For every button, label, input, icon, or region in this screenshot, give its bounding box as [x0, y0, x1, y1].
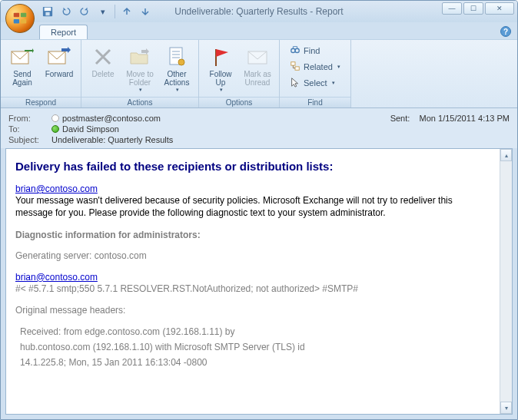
svg-rect-18 [295, 67, 299, 70]
document-gear-icon [167, 44, 187, 70]
chevron-down-icon: ▾ [176, 87, 179, 93]
sent-value: Mon 1/15/2011 4:13 PM [420, 114, 510, 123]
chevron-down-icon: ▾ [337, 64, 340, 70]
previous-item-button[interactable] [120, 5, 134, 18]
chevron-down-icon: ▾ [139, 87, 142, 93]
svg-rect-0 [14, 13, 19, 18]
diagnostic-heading: Diagnostic information for administrator… [15, 230, 490, 240]
close-button[interactable]: ✕ [485, 2, 514, 15]
group-find: Find Related ▾ Select ▾ Find [280, 40, 351, 107]
flag-icon [210, 44, 231, 70]
scroll-track[interactable] [500, 161, 512, 402]
scroll-up-button[interactable]: ▴ [500, 149, 512, 161]
svg-point-16 [295, 48, 299, 52]
related-button[interactable]: Related ▾ [286, 59, 344, 74]
undo-button[interactable] [59, 5, 73, 18]
svg-rect-3 [21, 19, 26, 23]
diagnostic-code: #< #5.7.1 smtp;550 5.7.1 RESOLVER.RST.No… [15, 283, 490, 295]
cursor-icon [290, 77, 301, 89]
envelope-closed-icon [247, 44, 268, 70]
send-again-button[interactable]: Send Again [4, 41, 41, 89]
from-label: From: [8, 114, 51, 123]
subject-value: Undeliverable: Quarterly Results [51, 135, 173, 144]
save-button[interactable] [41, 5, 55, 18]
recipient-link-1[interactable]: brian@contoso.com [15, 184, 98, 194]
select-button[interactable]: Select ▾ [286, 75, 344, 91]
office-orb-button[interactable] [5, 4, 35, 33]
find-button[interactable]: Find [286, 43, 344, 58]
subject-label: Subject: [8, 135, 51, 144]
minimize-button[interactable]: — [442, 2, 462, 15]
window-controls: — ☐ ✕ [442, 2, 514, 15]
svg-rect-5 [45, 8, 51, 11]
svg-rect-2 [14, 19, 19, 23]
ndr-headline: Delivery has failed to these recipients … [15, 160, 490, 173]
svg-rect-1 [21, 13, 26, 18]
quick-access-toolbar: ▾ [41, 5, 152, 18]
ribbon-tabs: Report ? [1, 22, 517, 39]
presence-unknown-icon [51, 114, 59, 122]
help-icon[interactable]: ? [500, 26, 511, 37]
to-label: To: [8, 124, 51, 134]
next-item-button[interactable] [138, 5, 152, 18]
ribbon: Send Again Forward Respond Delete Move t… [1, 39, 517, 108]
original-headers-heading: Original message headers: [15, 304, 490, 316]
delete-x-icon [93, 44, 113, 70]
follow-up-button[interactable]: Follow Up ▾ [202, 41, 239, 95]
presence-available-icon [51, 125, 59, 133]
forward-button[interactable]: Forward [41, 41, 78, 81]
generating-server: Generating server: contoso.com [15, 250, 490, 262]
group-options: Follow Up ▾ Mark as Unread Options [199, 40, 280, 107]
qat-more-button[interactable]: ▾ [96, 5, 110, 18]
svg-point-13 [178, 59, 184, 65]
maximize-button[interactable]: ☐ [463, 2, 483, 15]
envelope-send-icon [11, 44, 34, 70]
scroll-down-button[interactable]: ▾ [500, 402, 512, 414]
received-line-3: 14.1.225.8; Mon, 15 Jan 2011 16:13:04 -0… [15, 356, 490, 369]
delete-button[interactable]: Delete [85, 41, 121, 81]
recipient-link-2[interactable]: brian@contoso.com [15, 272, 98, 283]
related-icon [290, 61, 301, 73]
chevron-down-icon: ▾ [220, 87, 223, 93]
group-respond: Send Again Forward Respond [1, 40, 81, 107]
redo-button[interactable] [78, 5, 91, 18]
received-line-1: Received: from edge.contoso.com (192.168… [15, 326, 490, 338]
vertical-scrollbar[interactable]: ▴ ▾ [500, 149, 512, 414]
ndr-explanation: Your message wasn't delivered because of… [15, 194, 490, 219]
message-body: Delivery has failed to these recipients … [6, 149, 500, 414]
folder-move-icon [129, 44, 151, 70]
sent-label: Sent: [390, 114, 410, 123]
envelope-forward-icon [48, 44, 71, 70]
svg-rect-6 [45, 12, 49, 15]
message-headers: From: postmaster@contoso.com Sent: Mon 1… [1, 108, 517, 148]
from-value: postmaster@contoso.com [62, 114, 161, 123]
message-window: ▾ Undeliverable: Quarterly Results - Rep… [0, 0, 518, 420]
titlebar: ▾ Undeliverable: Quarterly Results - Rep… [1, 1, 517, 22]
to-value: David Simpson [62, 124, 119, 134]
svg-point-15 [291, 48, 295, 52]
other-actions-button[interactable]: Other Actions ▾ [158, 41, 195, 95]
svg-rect-17 [291, 62, 295, 65]
chevron-down-icon: ▾ [332, 80, 335, 86]
message-body-frame: Delivery has failed to these recipients … [5, 148, 513, 415]
mark-unread-button[interactable]: Mark as Unread [239, 41, 276, 89]
binoculars-icon [290, 45, 301, 57]
tab-report[interactable]: Report [39, 25, 88, 39]
group-actions: Delete Move to Folder ▾ Other Actions ▾ … [81, 40, 199, 107]
received-line-2: hub.contoso.com (192.168.1.10) with Micr… [15, 341, 490, 353]
move-to-folder-button[interactable]: Move to Folder ▾ [121, 41, 158, 95]
